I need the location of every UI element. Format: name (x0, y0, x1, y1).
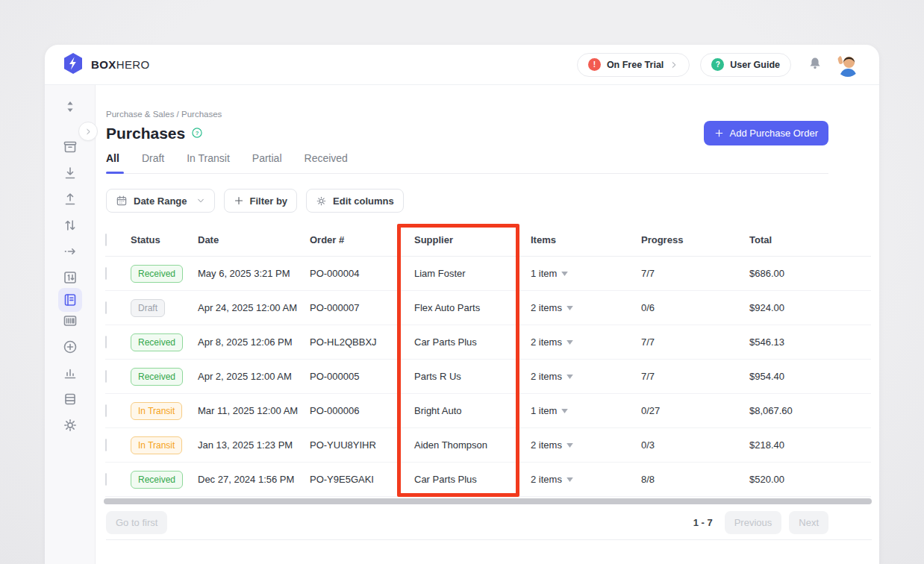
caret-down-icon (566, 443, 573, 448)
items-dropdown[interactable]: 2 items (531, 336, 641, 348)
sidebar-item-settings-icon[interactable] (61, 416, 79, 434)
sidebar-item-stocktake-icon[interactable] (61, 269, 79, 286)
tab-received[interactable]: Received (305, 152, 348, 164)
sidebar-item-adjust-icon[interactable] (61, 216, 79, 234)
notifications-bell-icon[interactable] (808, 56, 822, 74)
cell-progress: 7/7 (641, 371, 749, 382)
cell-date: Apr 24, 2025 12:00 AM (198, 302, 310, 313)
row-checkbox[interactable] (105, 370, 107, 383)
free-trial-button[interactable]: ! On Free Trial (577, 53, 690, 77)
sidebar-item-purchases-icon[interactable] (58, 288, 82, 312)
sidebar-item-move-icon[interactable] (61, 242, 79, 260)
edit-columns-button[interactable]: Edit columns (306, 189, 404, 213)
page-range: 1 - 7 (693, 517, 713, 528)
row-checkbox[interactable] (105, 336, 107, 348)
items-dropdown[interactable]: 1 item (531, 268, 641, 279)
items-dropdown[interactable]: 2 items (531, 371, 641, 382)
status-badge: Received (131, 368, 183, 386)
page-title: Purchases (106, 125, 185, 142)
sidebar-item-stock-out-icon[interactable] (61, 190, 79, 208)
caret-down-icon (566, 340, 573, 345)
chevron-down-icon (196, 196, 205, 205)
sidebar-item-items-box-icon[interactable] (61, 138, 79, 156)
sidebar-item-barcode-icon[interactable] (61, 312, 79, 330)
tab-all[interactable]: All (106, 152, 119, 164)
table-row[interactable]: In Transit Jan 13, 2025 1:23 PM PO-YUU8Y… (105, 428, 871, 463)
workspace-switcher-icon[interactable] (61, 98, 79, 116)
cell-progress: 8/8 (641, 474, 749, 485)
items-count: 2 items (531, 474, 562, 485)
brand-name: BOXHERO (91, 58, 150, 71)
cell-total: $924.00 (749, 302, 871, 313)
column-header-supplier[interactable]: Supplier (414, 234, 531, 245)
table-header-row: Status Date Order # Supplier Items Progr… (105, 224, 871, 257)
table-row[interactable]: Draft Apr 24, 2025 12:00 AM PO-000007 Fl… (105, 291, 871, 325)
cell-total: $520.00 (749, 474, 871, 485)
column-header-items[interactable]: Items (531, 234, 641, 245)
column-header-status[interactable]: Status (131, 234, 198, 245)
status-badge: Received (131, 265, 183, 283)
boxhero-logo-icon (63, 52, 84, 78)
column-header-order[interactable]: Order # (310, 234, 414, 245)
row-checkbox[interactable] (105, 439, 107, 451)
items-dropdown[interactable]: 2 items (531, 474, 641, 485)
cell-supplier: Car Parts Plus (414, 336, 531, 348)
brand-light: HERO (116, 58, 150, 71)
free-trial-label: On Free Trial (607, 60, 664, 70)
items-dropdown[interactable]: 2 items (531, 439, 641, 451)
previous-page-button[interactable]: Previous (725, 511, 782, 534)
row-checkbox[interactable] (105, 267, 107, 280)
chevron-right-icon (669, 60, 678, 69)
table-row[interactable]: Received Dec 27, 2024 1:56 PM PO-Y9E5GAK… (105, 463, 871, 497)
cell-order-number: PO-000006 (310, 405, 414, 416)
add-purchase-order-label: Add Purchase Order (729, 128, 818, 139)
table-row[interactable]: Received Apr 2, 2025 12:00 AM PO-000005 … (105, 360, 871, 394)
sidebar-item-analytics-icon[interactable] (61, 364, 79, 382)
row-checkbox[interactable] (105, 301, 107, 314)
plus-icon (234, 195, 244, 206)
bottom-divider (106, 539, 872, 540)
add-purchase-order-button[interactable]: Add Purchase Order (704, 121, 828, 145)
user-avatar[interactable] (836, 53, 860, 77)
tab-in-transit[interactable]: In Transit (187, 152, 230, 164)
expand-sidebar-button[interactable] (78, 122, 98, 141)
user-guide-button[interactable]: ? User Guide (700, 53, 791, 77)
next-page-button[interactable]: Next (789, 511, 828, 534)
items-count: 1 item (531, 405, 557, 416)
date-range-select[interactable]: Date Range (106, 189, 215, 213)
tab-partial[interactable]: Partial (252, 152, 282, 164)
column-header-total[interactable]: Total (749, 234, 871, 245)
cell-progress: 0/3 (641, 439, 749, 451)
cell-progress: 7/7 (641, 336, 749, 348)
table-row[interactable]: In Transit Mar 11, 2025 12:00 AM PO-0000… (105, 394, 871, 428)
cell-date: May 6, 2025 3:21 PM (198, 268, 310, 279)
table-row[interactable]: Received Apr 8, 2025 12:06 PM PO-HL2QBBX… (105, 325, 871, 360)
select-all-checkbox[interactable] (105, 234, 107, 246)
row-checkbox[interactable] (105, 473, 107, 486)
cell-date: Apr 8, 2025 12:06 PM (198, 336, 310, 348)
help-icon[interactable]: ? (191, 127, 203, 142)
cell-progress: 0/27 (641, 405, 749, 416)
sidebar-item-data-icon[interactable] (61, 390, 79, 408)
column-header-progress[interactable]: Progress (641, 234, 749, 245)
sidebar-item-stock-in-icon[interactable] (61, 164, 79, 182)
tab-draft[interactable]: Draft (142, 152, 164, 164)
go-to-first-button[interactable]: Go to first (106, 511, 167, 534)
filter-by-button[interactable]: Filter by (224, 189, 298, 213)
items-dropdown[interactable]: 2 items (531, 302, 641, 313)
table-row[interactable]: Received May 6, 2025 3:21 PM PO-000004 L… (105, 257, 871, 291)
caret-down-icon (561, 409, 568, 413)
column-header-date[interactable]: Date (198, 234, 310, 245)
edit-columns-label: Edit columns (333, 195, 394, 207)
cell-total: $8,067.60 (749, 405, 871, 416)
horizontal-scrollbar[interactable] (104, 498, 872, 504)
sidebar (45, 85, 96, 564)
items-dropdown[interactable]: 1 item (531, 405, 641, 416)
sidebar-item-add-icon[interactable] (61, 338, 79, 356)
row-checkbox[interactable] (105, 404, 107, 417)
breadcrumb: Purchase & Sales / Purchases (106, 110, 222, 119)
status-badge: Received (131, 333, 183, 351)
app-window: BOXHERO ! On Free Trial ? User Guide (45, 45, 879, 564)
plus-icon (714, 128, 724, 138)
cell-date: Apr 2, 2025 12:00 AM (198, 371, 310, 382)
